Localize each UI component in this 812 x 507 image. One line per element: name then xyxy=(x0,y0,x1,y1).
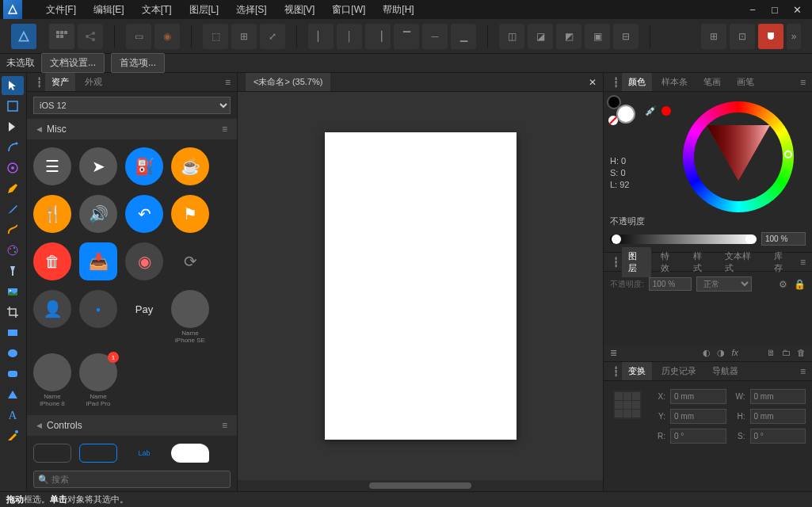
asset-navigate-icon[interactable]: ➤ xyxy=(79,147,117,185)
document-settings-button[interactable]: 文档设置... xyxy=(41,53,105,73)
control-button[interactable] xyxy=(79,444,117,463)
asset-coffee-icon[interactable]: ☕ xyxy=(171,147,209,185)
rounded-rect-tool[interactable] xyxy=(2,364,24,383)
r-input[interactable] xyxy=(670,429,726,444)
asset-fuel-icon[interactable]: ⛽ xyxy=(125,147,163,185)
crop-tool[interactable] xyxy=(2,303,24,322)
blend-mode-select[interactable]: 正常 xyxy=(696,276,752,292)
w-input[interactable] xyxy=(750,389,806,404)
panel-drag-icon[interactable]: ┇ xyxy=(613,77,619,88)
close-button[interactable]: ✕ xyxy=(791,4,802,16)
align-left-icon[interactable]: ▏ xyxy=(308,24,334,49)
align-center-h-icon[interactable]: │ xyxy=(337,24,362,49)
target-tool[interactable] xyxy=(2,158,24,177)
align-right-icon[interactable]: ▕ xyxy=(365,24,391,49)
panel-menu-icon[interactable]: ≡ xyxy=(225,77,231,88)
x-input[interactable] xyxy=(670,389,726,404)
group-icon[interactable]: 🗀 xyxy=(782,348,791,357)
maximize-button[interactable]: □ xyxy=(769,4,780,16)
asset-search-input[interactable] xyxy=(33,471,231,488)
boolean-subtract-icon[interactable]: ◪ xyxy=(528,24,553,49)
fill-swatch[interactable] xyxy=(616,105,635,124)
hue-handle[interactable] xyxy=(784,151,792,158)
tab-navigator[interactable]: 导航器 xyxy=(706,362,745,380)
lock-icon[interactable]: 🔒 xyxy=(794,279,806,290)
snap-guides-icon[interactable]: ⊡ xyxy=(730,24,755,49)
asset-device-ipad[interactable]: 1 xyxy=(79,353,117,391)
document-tab[interactable]: <未命名> (35.7%) xyxy=(246,73,330,91)
toolbar-overflow-icon[interactable]: » xyxy=(787,24,801,49)
opacity-handle[interactable] xyxy=(745,234,755,244)
asset-sound-icon[interactable]: 🔊 xyxy=(79,195,117,233)
boolean-xor-icon[interactable]: ▣ xyxy=(585,24,610,49)
move-tool[interactable] xyxy=(2,76,24,95)
tab-appearance[interactable]: 外观 xyxy=(78,73,109,91)
asset-archive-icon[interactable]: 📥 xyxy=(79,242,117,280)
asset-preset-dropdown[interactable]: iOS 12 xyxy=(33,97,231,114)
scrollbar-thumb[interactable] xyxy=(369,482,471,489)
constraint-icon-2[interactable]: ◉ xyxy=(154,24,180,49)
tab-transform[interactable]: 变换 xyxy=(622,362,652,380)
boolean-add-icon[interactable]: ◫ xyxy=(499,24,524,49)
grid-layout-icon[interactable] xyxy=(49,24,74,49)
tab-swatches[interactable]: 样本条 xyxy=(655,73,694,91)
opacity-input[interactable] xyxy=(761,232,806,246)
pen-tool[interactable] xyxy=(2,138,24,157)
tab-brush[interactable]: 画笔 xyxy=(730,73,761,91)
asset-device-8[interactable] xyxy=(33,353,71,391)
artboard[interactable] xyxy=(325,132,517,440)
opacity-start-handle[interactable] xyxy=(612,234,621,244)
menu-help[interactable]: 帮助[H] xyxy=(375,0,421,20)
palette-tool[interactable] xyxy=(2,241,24,260)
horizontal-scrollbar[interactable] xyxy=(238,480,603,491)
asset-flag-icon[interactable]: ⚑ xyxy=(171,195,209,233)
panel-drag-icon[interactable]: ┇ xyxy=(36,77,42,88)
menu-view[interactable]: 视图[V] xyxy=(276,0,323,20)
layers-list[interactable] xyxy=(604,296,812,344)
ellipse-tool[interactable] xyxy=(2,344,24,363)
adjust-icon[interactable]: ◑ xyxy=(717,348,725,358)
text-tool[interactable]: A xyxy=(2,406,24,425)
align-bottom-icon[interactable]: ▁ xyxy=(451,24,476,49)
document-close-icon[interactable]: ✕ xyxy=(589,77,597,88)
menu-file[interactable]: 文件[F] xyxy=(38,0,84,20)
color-wheel[interactable] xyxy=(683,101,794,212)
asset-food-icon[interactable]: 🍴 xyxy=(33,195,71,233)
asset-record-icon[interactable]: ● xyxy=(79,290,117,328)
control-filled[interactable] xyxy=(171,444,209,463)
asset-device-se[interactable] xyxy=(171,290,209,328)
asset-preset-select[interactable]: iOS 12 xyxy=(33,97,231,114)
tab-assets[interactable]: 资产 xyxy=(45,73,75,91)
asset-reply-icon[interactable]: ↶ xyxy=(125,195,163,233)
h-input[interactable] xyxy=(750,409,806,424)
asset-spinner-icon[interactable]: ⟳ xyxy=(171,242,209,280)
panel-menu-icon[interactable]: ≡ xyxy=(800,366,806,377)
triangle-tool[interactable] xyxy=(2,385,24,404)
constraint-icon-1[interactable]: ▭ xyxy=(126,24,151,49)
snapping-toggle-icon[interactable] xyxy=(758,24,783,49)
menu-window[interactable]: 窗口[W] xyxy=(324,0,373,20)
asset-applepay-icon[interactable]: Pay xyxy=(125,290,163,328)
marquee-transform-icon[interactable]: ⤢ xyxy=(260,24,285,49)
add-layer-icon[interactable]: 🗎 xyxy=(767,348,776,357)
minimize-button[interactable]: − xyxy=(747,4,758,16)
asset-category-misc[interactable]: ◀ Misc ≡ xyxy=(27,119,237,139)
asset-list-icon[interactable]: ☰ xyxy=(33,147,71,185)
menu-edit[interactable]: 编辑[E] xyxy=(86,0,132,20)
artboard-tool[interactable] xyxy=(2,97,24,116)
y-input[interactable] xyxy=(670,409,726,424)
control-label[interactable]: Lab xyxy=(125,444,163,463)
menu-text[interactable]: 文本[T] xyxy=(134,0,180,20)
delete-layer-icon[interactable]: 🗑 xyxy=(797,348,806,357)
node-tool[interactable] xyxy=(2,117,24,136)
pencil-tool[interactable] xyxy=(2,179,24,198)
eyedropper-icon[interactable]: 💉 xyxy=(645,105,657,116)
boolean-intersect-icon[interactable]: ◩ xyxy=(556,24,581,49)
marquee-add-icon[interactable]: ⊞ xyxy=(231,24,257,49)
share-icon[interactable] xyxy=(78,24,103,49)
recent-color-swatch[interactable] xyxy=(661,106,671,116)
opacity-slider[interactable] xyxy=(610,234,757,244)
asset-avatar-icon[interactable]: 👤 xyxy=(33,290,71,328)
control-outline[interactable] xyxy=(33,444,71,463)
mask-icon[interactable]: ◐ xyxy=(703,348,711,358)
